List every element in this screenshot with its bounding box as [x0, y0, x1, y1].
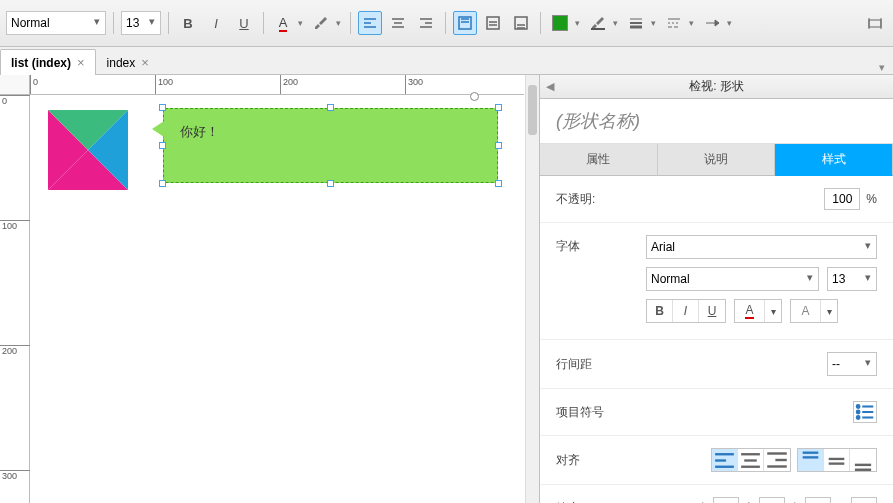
- inspector-font-color-button[interactable]: A: [735, 300, 765, 322]
- bullets-label: 项目符号: [556, 404, 646, 421]
- resize-handle-n[interactable]: [327, 104, 334, 111]
- ruler-corner: [0, 75, 30, 95]
- line-spacing-label: 行间距: [556, 356, 646, 373]
- close-icon[interactable]: ×: [141, 55, 149, 70]
- inspector-back-icon[interactable]: ◀: [546, 80, 554, 93]
- font-style-select-inspector[interactable]: Normal: [646, 267, 819, 291]
- svg-rect-18: [591, 28, 605, 30]
- tab-index[interactable]: index ×: [96, 49, 160, 75]
- inspector-tabs: 属性 说明 样式: [540, 144, 893, 176]
- main-toolbar: Normal 13 B I U A▾ ▾ ▾ ▾ ▾ ▾ ▾: [0, 0, 893, 47]
- tab-label: list (index): [11, 56, 71, 70]
- close-icon[interactable]: ×: [77, 55, 85, 70]
- padding-bottom-input[interactable]: [851, 497, 877, 503]
- opacity-input[interactable]: [824, 188, 860, 210]
- design-canvas[interactable]: 你好！: [30, 95, 524, 503]
- resize-handle-sw[interactable]: [159, 180, 166, 187]
- opacity-unit: %: [866, 192, 877, 206]
- fill-color-button[interactable]: [548, 11, 572, 35]
- inspector-title: 检视: 形状: [689, 78, 744, 95]
- padding-right-input[interactable]: [805, 497, 831, 503]
- tab-description[interactable]: 说明: [658, 144, 776, 176]
- inspector-font-color-dropdown[interactable]: ▾: [765, 300, 781, 322]
- line-spacing-select[interactable]: --: [827, 352, 877, 376]
- ruler-tick: 200: [283, 77, 298, 87]
- line-width-dropdown[interactable]: ▾: [648, 11, 658, 35]
- inspector-body: 不透明: % 字体 Arial Normal 13 B: [540, 176, 893, 503]
- svg-point-35: [857, 411, 860, 414]
- speech-bubble-shape[interactable]: 你好！: [163, 108, 498, 183]
- font-style-select[interactable]: Normal: [6, 11, 106, 35]
- svg-rect-15: [515, 17, 527, 29]
- arrow-style-button[interactable]: [700, 11, 724, 35]
- dimension-toggle[interactable]: [863, 11, 887, 35]
- tabs-overflow[interactable]: ▾: [879, 61, 893, 74]
- line-width-button[interactable]: [624, 11, 648, 35]
- separator: [168, 12, 169, 34]
- bold-button[interactable]: B: [176, 11, 200, 35]
- svg-point-33: [857, 405, 860, 408]
- svg-rect-12: [487, 17, 499, 29]
- ruler-tick: 0: [33, 77, 38, 87]
- font-family-select[interactable]: Arial: [646, 235, 877, 259]
- font-color-button[interactable]: A: [271, 11, 295, 35]
- valign-top-button[interactable]: [453, 11, 477, 35]
- line-color-button[interactable]: [586, 11, 610, 35]
- insp-valign-bottom[interactable]: [850, 449, 876, 471]
- insp-align-center[interactable]: [738, 449, 764, 471]
- logo-shape[interactable]: [48, 110, 128, 190]
- tab-list-index[interactable]: list (index) ×: [0, 49, 96, 75]
- ruler-tick: 100: [158, 77, 173, 87]
- font-size-select-inspector[interactable]: 13: [827, 267, 877, 291]
- inspector-italic-button[interactable]: I: [673, 300, 699, 322]
- shape-name-placeholder[interactable]: (形状名称): [540, 99, 893, 144]
- separator: [113, 12, 114, 34]
- highlight-dropdown[interactable]: ▾: [333, 11, 343, 35]
- insp-valign-top[interactable]: [798, 449, 824, 471]
- vertical-scrollbar[interactable]: [525, 75, 539, 503]
- bullets-button[interactable]: [853, 401, 877, 423]
- line-style-button[interactable]: [662, 11, 686, 35]
- font-color-dropdown[interactable]: ▾: [295, 11, 305, 35]
- line-style-dropdown[interactable]: ▾: [686, 11, 696, 35]
- tab-style[interactable]: 样式: [775, 144, 893, 176]
- rotate-handle[interactable]: [470, 92, 479, 101]
- inspector-highlight-button[interactable]: A: [791, 300, 821, 322]
- svg-rect-26: [869, 20, 881, 27]
- horizontal-ruler: 0 100 200 300: [30, 75, 524, 95]
- resize-handle-w[interactable]: [159, 142, 166, 149]
- arrow-dropdown[interactable]: ▾: [724, 11, 734, 35]
- resize-handle-ne[interactable]: [495, 104, 502, 111]
- insp-valign-middle[interactable]: [824, 449, 850, 471]
- align-left-button[interactable]: [358, 11, 382, 35]
- tab-properties[interactable]: 属性: [540, 144, 658, 176]
- line-color-dropdown[interactable]: ▾: [610, 11, 620, 35]
- font-size-select[interactable]: 13: [121, 11, 161, 35]
- insp-align-right[interactable]: [764, 449, 790, 471]
- italic-button[interactable]: I: [204, 11, 228, 35]
- align-right-button[interactable]: [414, 11, 438, 35]
- padding-top-input[interactable]: [759, 497, 785, 503]
- inspector-underline-button[interactable]: U: [699, 300, 725, 322]
- resize-handle-se[interactable]: [495, 180, 502, 187]
- separator: [445, 12, 446, 34]
- font-label: 字体: [556, 235, 646, 255]
- resize-handle-e[interactable]: [495, 142, 502, 149]
- ruler-tick: 300: [408, 77, 423, 87]
- inspector-highlight-dropdown[interactable]: ▾: [821, 300, 837, 322]
- align-center-button[interactable]: [386, 11, 410, 35]
- resize-handle-nw[interactable]: [159, 104, 166, 111]
- tab-label: index: [107, 56, 136, 70]
- separator: [263, 12, 264, 34]
- svg-point-37: [857, 416, 860, 419]
- inspector-bold-button[interactable]: B: [647, 300, 673, 322]
- scrollbar-thumb[interactable]: [528, 85, 537, 135]
- valign-middle-button[interactable]: [481, 11, 505, 35]
- highlight-button[interactable]: [309, 11, 333, 35]
- valign-bottom-button[interactable]: [509, 11, 533, 35]
- resize-handle-s[interactable]: [327, 180, 334, 187]
- fill-color-dropdown[interactable]: ▾: [572, 11, 582, 35]
- padding-left-input[interactable]: [713, 497, 739, 503]
- insp-align-left[interactable]: [712, 449, 738, 471]
- underline-button[interactable]: U: [232, 11, 256, 35]
